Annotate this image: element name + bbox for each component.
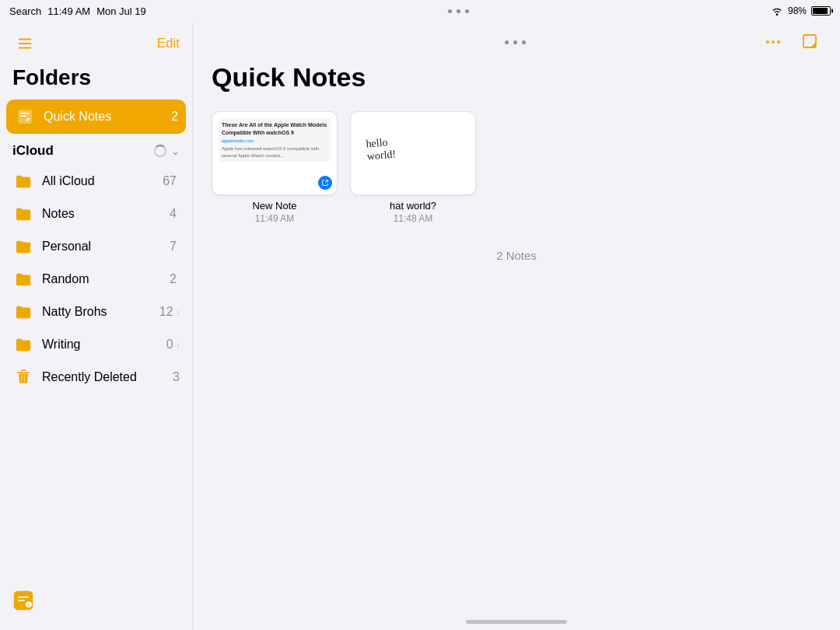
battery-percent: 98% — [788, 5, 807, 16]
note-web-title: These Are All of the Apple Watch Models … — [222, 121, 327, 137]
note-web-url: appleinsider.com — [222, 138, 327, 145]
icloud-section: iCloud ⌄ — [0, 137, 192, 165]
icloud-controls: ⌄ — [154, 145, 180, 157]
chevron-right-icon: › — [177, 306, 180, 318]
status-left: Search 11:49 AM Mon Jul 19 — [9, 5, 146, 17]
svg-rect-7 — [18, 597, 29, 598]
sidebar-item-writing[interactable]: Writing 0 › — [6, 328, 186, 361]
toolbar-right — [759, 28, 824, 56]
sidebar-item-recently-deleted[interactable]: Recently Deleted 3 — [6, 361, 186, 394]
search-label[interactable]: Search — [9, 5, 41, 17]
notes-count: 4 — [170, 207, 177, 221]
status-date: Mon Jul 19 — [96, 5, 146, 17]
notes-label: Notes — [42, 207, 170, 221]
note-web-body: Apple has released watchOS 9 compatible … — [222, 145, 327, 159]
writing-label: Writing — [42, 338, 166, 352]
svg-point-13 — [777, 40, 780, 44]
note-title-1: New Note — [252, 200, 296, 212]
natty-brohs-count: 12 — [159, 305, 173, 319]
note-thumbnail-1: These Are All of the Apple Watch Models … — [212, 111, 338, 195]
sidebar-item-notes[interactable]: Notes 4 — [6, 198, 186, 230]
more-options-icon — [764, 33, 782, 51]
recently-deleted-label: Recently Deleted — [42, 370, 173, 384]
note-time-1: 11:49 AM — [255, 213, 295, 224]
app-container: Edit Folders Quick Notes 2 iCloud — [0, 22, 840, 630]
svg-rect-2 — [19, 47, 32, 49]
sidebar-header: Edit — [0, 22, 192, 62]
home-indicator — [466, 620, 567, 624]
svg-rect-4 — [20, 113, 30, 114]
toolbar-dots[interactable] — [505, 40, 526, 44]
sidebar-toggle-icon — [16, 35, 33, 52]
trash-icon — [12, 366, 34, 388]
note-title-2: hat world? — [390, 200, 436, 212]
battery-icon — [811, 6, 831, 16]
sidebar-item-random[interactable]: Random 2 — [6, 263, 186, 296]
folders-title: Folders — [0, 62, 192, 100]
personal-label: Personal — [42, 240, 170, 254]
sidebar-toggle-button[interactable] — [12, 31, 37, 56]
status-center-dots — [448, 9, 469, 13]
folder-icon — [12, 301, 34, 323]
chevron-right-icon: › — [177, 339, 180, 351]
compose-icon — [801, 33, 820, 51]
status-bar: Search 11:49 AM Mon Jul 19 98% — [0, 0, 840, 22]
loading-spinner — [154, 145, 166, 157]
svg-point-12 — [772, 40, 775, 44]
note-thumbnail-2: helloworld! — [350, 111, 476, 195]
icloud-chevron-icon[interactable]: ⌄ — [171, 145, 180, 157]
svg-text:!: ! — [28, 603, 30, 608]
personal-count: 7 — [170, 240, 177, 254]
folder-icon — [12, 170, 34, 192]
writing-count: 0 — [166, 338, 173, 352]
quick-notes-label: Quick Notes — [44, 110, 171, 124]
folder-icon — [12, 203, 34, 225]
random-label: Random — [42, 272, 170, 286]
sidebar: Edit Folders Quick Notes 2 iCloud — [0, 22, 193, 630]
natty-brohs-label: Natty Brohs — [42, 305, 159, 319]
notes-count-label: 2 Notes — [193, 249, 840, 262]
icloud-header: iCloud ⌄ — [12, 143, 180, 159]
random-count: 2 — [170, 272, 177, 286]
quick-notes-item[interactable]: Quick Notes 2 — [6, 100, 186, 134]
sidebar-item-natty-brohs[interactable]: Natty Brohs 12 › — [6, 296, 186, 328]
main-content: Quick Notes These Are All of the Apple W… — [193, 22, 840, 630]
all-icloud-label: All iCloud — [42, 174, 163, 188]
notes-grid: These Are All of the Apple Watch Models … — [193, 105, 840, 230]
more-options-button[interactable] — [759, 28, 787, 56]
folder-icon — [12, 236, 34, 257]
sidebar-bottom-icon[interactable]: ! — [12, 590, 34, 614]
note-card-1[interactable]: These Are All of the Apple Watch Models … — [212, 111, 338, 224]
recently-deleted-count: 3 — [173, 370, 180, 384]
note-handwriting-text: helloworld! — [366, 129, 467, 163]
all-icloud-count: 67 — [163, 174, 177, 188]
note-card-2[interactable]: helloworld! hat world? 11:48 AM — [350, 111, 476, 224]
svg-point-11 — [766, 40, 769, 44]
folder-icon — [12, 334, 34, 355]
link-badge-icon — [318, 176, 332, 190]
compose-button[interactable] — [796, 28, 824, 56]
edit-button[interactable]: Edit — [157, 36, 180, 51]
main-toolbar — [193, 22, 840, 62]
page-title: Quick Notes — [193, 62, 840, 105]
note-time-2: 11:48 AM — [394, 213, 433, 224]
sidebar-item-all-icloud[interactable]: All iCloud 67 — [6, 165, 186, 198]
quick-notes-count: 2 — [171, 110, 178, 124]
svg-rect-8 — [18, 600, 25, 601]
svg-rect-1 — [19, 43, 32, 44]
svg-rect-5 — [20, 116, 26, 117]
folder-icon — [12, 268, 34, 290]
status-time: 11:49 AM — [47, 5, 90, 17]
status-right: 98% — [771, 5, 831, 16]
note-web-preview: These Are All of the Apple Watch Models … — [219, 118, 331, 162]
sidebar-item-personal[interactable]: Personal 7 — [6, 230, 186, 263]
quick-notes-icon — [14, 106, 36, 128]
wifi-icon — [771, 6, 783, 16]
icloud-title: iCloud — [12, 143, 54, 159]
svg-rect-0 — [19, 39, 32, 40]
